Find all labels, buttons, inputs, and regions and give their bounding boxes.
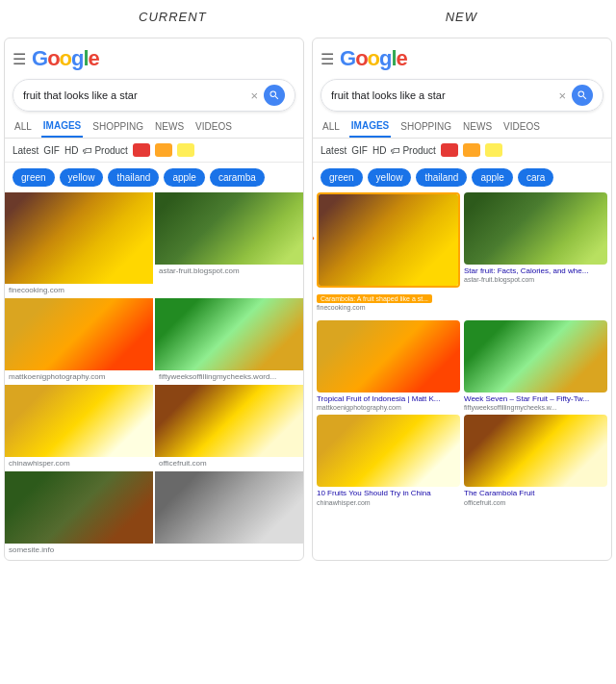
tab-shopping-new[interactable]: SHOPPING xyxy=(398,116,453,137)
tabs-current: ALL IMAGES SHOPPING NEWS VIDEOS xyxy=(5,115,303,139)
search-button-new[interactable] xyxy=(572,85,593,106)
result-2-new[interactable]: Star fruit: Facts, Calories, and whe... … xyxy=(464,192,607,283)
result-3-source-new: mattkoenigphotography.com xyxy=(317,404,460,411)
google-logo-current: Google xyxy=(32,46,99,71)
image-item-5-current[interactable]: chinawhisper.com xyxy=(5,385,153,469)
result-4-source-new: fiftyweeksoffillingmycheeks.w... xyxy=(464,404,607,411)
filter-product-new[interactable]: 🏷 Product xyxy=(391,145,435,156)
filters-new: Latest GIF HD 🏷 Product xyxy=(313,139,611,163)
tab-videos-new[interactable]: VIDEOS xyxy=(501,116,542,137)
clear-button-new[interactable]: × xyxy=(558,89,566,103)
chip-apple-new[interactable]: apple xyxy=(472,168,512,187)
image-item-1-current[interactable]: finecooking.com xyxy=(5,192,153,296)
arrow-indicator: ➜ xyxy=(312,226,316,249)
image-item-8-current[interactable] xyxy=(155,471,303,556)
tag-label-current: Product xyxy=(94,145,127,156)
color-orange-new[interactable] xyxy=(463,143,480,157)
result-5-new[interactable]: 10 Fruits You Should Try in China chinaw… xyxy=(317,415,460,505)
filter-latest-current[interactable]: Latest xyxy=(13,145,38,156)
tab-shopping-current[interactable]: SHOPPING xyxy=(90,116,145,137)
image-item-6-current[interactable]: officefruit.com xyxy=(155,385,303,469)
result-6-title-new: The Carambola Fruit xyxy=(464,489,607,498)
chips-current: green yellow thailand apple caramba xyxy=(5,163,303,192)
search-bar-new[interactable]: fruit that looks like a star × xyxy=(321,79,603,112)
tab-images-current[interactable]: IMAGES xyxy=(41,115,83,138)
color-red-new[interactable] xyxy=(441,143,458,157)
hamburger-icon-current[interactable]: ☰ xyxy=(13,50,26,68)
tag-icon-new: 🏷 xyxy=(391,145,400,156)
result-3-title-new: Tropical Fruit of Indonesia | Matt K... xyxy=(317,394,460,404)
color-orange-current[interactable] xyxy=(155,143,172,157)
new-header: ☰ Google xyxy=(313,38,611,75)
result-4-title-new: Week Seven – Star Fruit – Fifty-Tw... xyxy=(464,394,607,404)
result-2-source-new: astar-fruit.blogspot.com xyxy=(464,276,607,283)
result-5-title-new: 10 Fruits You Should Try in China xyxy=(317,489,460,498)
search-bar-current[interactable]: fruit that looks like a star × xyxy=(13,79,295,112)
highlighted-result-new[interactable]: Carambola: A fruit shaped like a st... f… xyxy=(317,192,460,288)
clear-button-current[interactable]: × xyxy=(250,89,258,103)
tag-label-new: Product xyxy=(402,145,435,156)
filter-product-current[interactable]: 🏷 Product xyxy=(83,145,127,156)
chip-yellow-current[interactable]: yellow xyxy=(60,168,104,187)
chip-thailand-current[interactable]: thailand xyxy=(108,168,159,187)
search-query-new: fruit that looks like a star xyxy=(331,89,558,101)
result-3-new[interactable]: Tropical Fruit of Indonesia | Matt K... … xyxy=(317,320,460,411)
new-panel: ☰ Google fruit that looks like a star × … xyxy=(312,38,612,561)
search-query-current: fruit that looks like a star xyxy=(23,89,250,101)
chip-apple-current[interactable]: apple xyxy=(164,168,204,187)
chip-thailand-new[interactable]: thailand xyxy=(416,168,467,187)
result-6-new[interactable]: The Carambola Fruit officefruit.com xyxy=(464,415,607,505)
filter-hd-current[interactable]: HD xyxy=(64,145,78,156)
new-label: NEW xyxy=(446,10,477,24)
result-6-source-new: officefruit.com xyxy=(464,499,607,506)
filter-gif-new[interactable]: GIF xyxy=(351,145,368,156)
result-2-title-new: Star fruit: Facts, Calories, and whe... xyxy=(464,266,607,276)
color-yellow-new[interactable] xyxy=(485,143,502,157)
filter-gif-current[interactable]: GIF xyxy=(43,145,60,156)
tag-icon-current: 🏷 xyxy=(83,145,92,156)
chip-green-new[interactable]: green xyxy=(321,168,363,187)
result-4-new[interactable]: Week Seven – Star Fruit – Fifty-Tw... fi… xyxy=(464,320,607,411)
filter-latest-new[interactable]: Latest xyxy=(321,145,346,156)
chip-caramba-current[interactable]: caramba xyxy=(210,168,265,187)
tabs-new: ALL IMAGES SHOPPING NEWS VIDEOS xyxy=(313,115,611,139)
highlighted-source-new: finecooking.com xyxy=(317,304,366,311)
tab-news-new[interactable]: NEWS xyxy=(461,116,494,137)
tab-all-current[interactable]: ALL xyxy=(13,116,34,137)
current-panel: ☰ Google fruit that looks like a star × … xyxy=(4,38,304,561)
image-item-7-current[interactable]: somesite.info xyxy=(5,471,153,556)
tab-images-new[interactable]: IMAGES xyxy=(349,115,391,138)
image-item-2-current[interactable]: astar-fruit.blogspot.com xyxy=(155,192,303,296)
current-label: CURRENT xyxy=(139,10,207,24)
color-red-current[interactable] xyxy=(133,143,150,157)
color-yellow-current[interactable] xyxy=(177,143,194,157)
images-grid-current: finecooking.com astar-fruit.blogspot.com… xyxy=(5,192,303,560)
search-button-current[interactable] xyxy=(264,85,285,106)
tab-all-new[interactable]: ALL xyxy=(321,116,342,137)
image-item-3-current[interactable]: mattkoenigphotography.com xyxy=(5,298,153,383)
chip-cara-new[interactable]: cara xyxy=(518,168,553,187)
result-5-source-new: chinawhisper.com xyxy=(317,499,460,506)
highlighted-label-new: Carambola: A fruit shaped like a st... xyxy=(317,294,432,303)
hamburger-icon-new[interactable]: ☰ xyxy=(321,50,334,68)
tab-news-current[interactable]: NEWS xyxy=(153,116,186,137)
current-header: ☰ Google xyxy=(5,38,303,75)
chip-green-current[interactable]: green xyxy=(13,168,55,187)
chip-yellow-new[interactable]: yellow xyxy=(368,168,412,187)
results-new: Carambola: A fruit shaped like a st... f… xyxy=(313,192,611,510)
image-item-4-current[interactable]: fiftyweeksoffillingmycheeks.word... xyxy=(155,298,303,383)
filters-current: Latest GIF HD 🏷 Product xyxy=(5,139,303,163)
chips-new: green yellow thailand apple cara xyxy=(313,163,611,192)
tab-videos-current[interactable]: VIDEOS xyxy=(193,116,234,137)
filter-hd-new[interactable]: HD xyxy=(372,145,386,156)
google-logo-new: Google xyxy=(340,46,407,71)
